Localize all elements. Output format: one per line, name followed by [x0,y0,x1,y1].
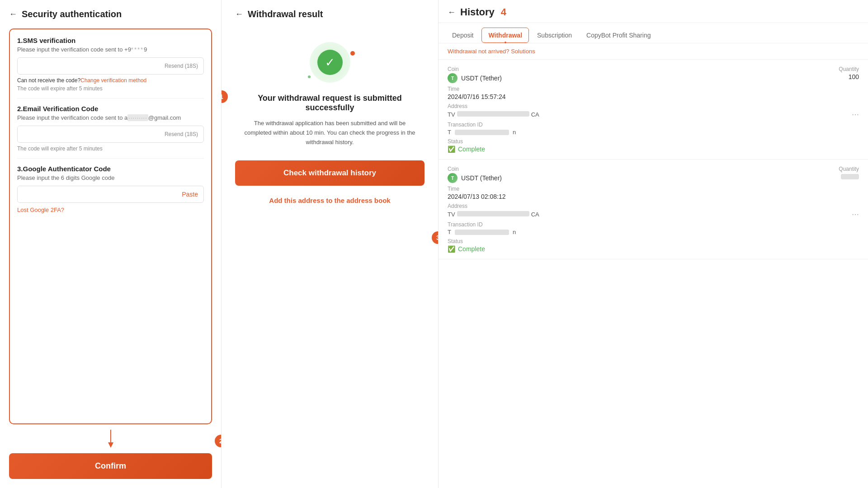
sms-input-row: 953882 Resend (18S) [17,57,204,75]
coin-quantity-row: Coin T USDT (Tether) Quantity 100 [448,66,859,83]
coin-icon: T [448,73,458,83]
email-subtitle: Please input the verification code sent … [17,114,204,121]
change-verification-link[interactable]: Change verification method [80,77,146,84]
address-col-2: Address TVCA ⋯ [448,203,859,219]
coin-icon-2: T [448,173,458,183]
google-input[interactable]: 702701 [18,186,176,202]
withdrawal-notice: Withdrawal not arrived? Solutions [439,43,868,60]
time-value: 2024/07/16 15:57:24 [448,93,859,100]
sms-expire-text: The code will expire after 5 minutes [17,85,204,92]
email-input[interactable]: 672022 [18,126,159,142]
quantity-col: Quantity 100 [839,66,859,83]
annotation-4: 4 [501,6,506,18]
back-arrow-right[interactable]: ← [448,8,456,17]
txid-end: n [513,129,516,136]
coin-col: Coin T USDT (Tether) [448,66,502,83]
txid-start: T [448,129,451,136]
google-auth-section: 3.Google Authenticator Code Please input… [17,165,204,203]
status-value-2: Complete [458,245,485,253]
txid-row: T n [448,129,859,136]
back-arrow-left[interactable]: ← [9,9,17,19]
email-section: 2.Email Verification Code Please input t… [17,105,204,152]
left-panel-header: ← Security authentication [9,9,212,19]
solutions-link[interactable]: Solutions [511,48,535,55]
coin-value: USDT (Tether) [461,75,502,82]
txid-col: Transaction ID T n [448,122,859,136]
address-label-2: Address [448,203,859,209]
status-value: Complete [458,145,485,153]
middle-panel-title: Withdrawal result [248,9,323,19]
sms-subtitle: Please input the verification code sent … [17,46,204,53]
annotation-1: 1 [222,90,228,103]
quantity-col-2: Quantity [839,166,859,183]
annotation-2: 2 [215,435,222,447]
lost-2fa-link[interactable]: Lost Google 2FA? [17,206,204,213]
email-heading: 2.Email Verification Code [17,105,204,113]
coin-row: T USDT (Tether) [448,73,502,83]
coin-label: Coin [448,66,502,72]
divider-1 [17,98,204,99]
status-label: Status [448,138,859,145]
success-icon-wrapper: ✓ [310,42,350,83]
left-panel-title: Security authentication [22,9,122,19]
txid-end-2: n [513,229,516,235]
annotation-3: 3 [432,231,439,244]
tab-withdrawal[interactable]: Withdrawal [481,28,529,43]
success-title: Your withdrawal request is submitted suc… [235,94,425,113]
sms-input[interactable]: 953882 [18,58,159,74]
success-desc: The withdrawal application has been subm… [244,119,416,147]
history-title: History [460,6,495,18]
sms-resend-btn[interactable]: Resend (18S) [159,63,203,69]
middle-header: ← Withdrawal result [235,9,425,19]
status-col: Status ✅ Complete [448,138,859,153]
time-value-2: 2024/07/13 02:08:12 [448,193,859,200]
coin-col-2: Coin T USDT (Tether) [448,166,502,183]
security-auth-panel: ← Security authentication 1.SMS verifica… [0,0,222,488]
quantity-value: 100 [839,73,859,80]
coin-row-2: T USDT (Tether) [448,173,502,183]
divider-2 [17,158,204,159]
more-dots[interactable]: ⋯ [852,110,859,119]
coin-label-2: Coin [448,166,502,172]
history-list: Coin T USDT (Tether) Quantity 100 Time 2… [439,60,868,488]
add-address-link[interactable]: Add this address to the address book [269,197,390,204]
dot-orange [350,51,355,56]
txid-col-2: Transaction ID T n [448,221,859,235]
more-dots-2[interactable]: ⋯ [852,210,859,219]
cant-receive-text: Can not receive the code?Change verifica… [17,77,204,84]
email-input-row: 672022 Resend (18S) [17,126,204,143]
withdrawal-result-panel: ← Withdrawal result 1 ✓ Your withdrawal … [222,0,439,488]
back-arrow-middle[interactable]: ← [235,9,243,19]
time-col-2: Time 2024/07/13 02:08:12 [448,186,859,200]
paste-btn[interactable]: Paste [176,191,203,198]
quantity-label-2: Quantity [839,166,859,172]
tab-copybot[interactable]: CopyBot Profit Sharing [580,28,657,43]
history-panel: ← History 4 Deposit Withdrawal Subscript… [439,0,868,488]
history-header: ← History 4 [439,0,868,23]
txid-redacted [455,130,509,135]
status-check-icon-2: ✅ [448,245,455,253]
success-circle: ✓ [310,42,350,83]
txid-redacted-2 [455,230,509,235]
time-col: Time 2024/07/16 15:57:24 [448,86,859,100]
sms-section: 1.SMS verification Please input the veri… [17,37,204,92]
confirm-button[interactable]: Confirm [9,453,212,479]
status-label-2: Status [448,238,859,244]
check-history-button[interactable]: Check withdrawal history [235,160,425,186]
arrow-down [9,424,212,453]
coin-quantity-row-2: Coin T USDT (Tether) Quantity [448,166,859,183]
status-check-icon: ✅ [448,145,455,153]
google-input-row: 702701 Paste [17,186,204,203]
tab-subscription[interactable]: Subscription [531,28,578,43]
svg-marker-1 [108,442,113,448]
security-form: 1.SMS verification Please input the veri… [9,28,212,424]
time-label: Time [448,86,859,92]
email-resend-btn[interactable]: Resend (18S) [159,131,203,137]
tab-deposit[interactable]: Deposit [446,28,480,43]
google-heading: 3.Google Authenticator Code [17,165,204,173]
time-label-2: Time [448,186,859,192]
google-subtitle: Please input the 6 digits Google code [17,174,204,181]
address-start-2: TVCA [448,211,852,218]
email-expire-text: The code will expire after 5 minutes [17,145,204,152]
coin-value-2: USDT (Tether) [461,174,502,182]
